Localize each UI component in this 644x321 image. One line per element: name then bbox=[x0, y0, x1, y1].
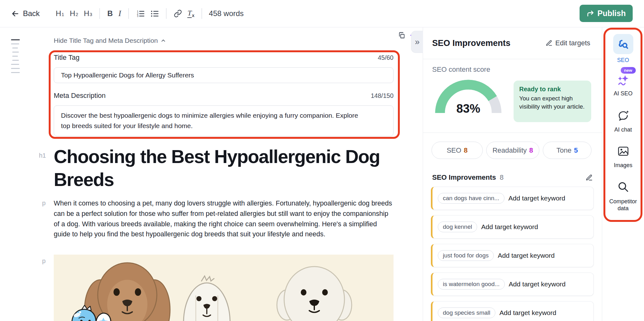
add-target-keyword-label[interactable]: Add target keyword bbox=[481, 223, 538, 231]
panel-divider bbox=[423, 132, 602, 133]
rail-label-ai-seo: AI SEO bbox=[614, 90, 632, 97]
keyword-chip[interactable]: can dogs have cinn... bbox=[438, 193, 504, 204]
tab-readability-score[interactable]: Readability8 bbox=[486, 142, 539, 159]
score-tabs: SEO8 Readability8 Tone5 bbox=[432, 142, 592, 159]
rail-item-ai-chat[interactable]: AI chat bbox=[614, 110, 632, 133]
link-button[interactable] bbox=[171, 8, 185, 20]
bold-button[interactable]: B bbox=[104, 7, 115, 20]
back-arrow-icon bbox=[11, 9, 19, 18]
keyword-chip[interactable]: dog kennel bbox=[438, 222, 477, 232]
word-count: 458 words bbox=[209, 9, 244, 18]
svg-text:3: 3 bbox=[137, 14, 139, 18]
seo-improvements-section-header: SEO Improvements 8 bbox=[432, 173, 593, 182]
title-tag-row: Title Tag 45/60 bbox=[54, 54, 394, 62]
chevron-double-right-icon: » bbox=[415, 37, 420, 47]
keyword-chip[interactable]: just food for dogs bbox=[438, 250, 494, 261]
score-status-card: Ready to rank You can expect high visibi… bbox=[514, 81, 591, 122]
meta-description-counter: 148/150 bbox=[371, 92, 394, 99]
mascot-character bbox=[69, 305, 113, 321]
bullet-list-button[interactable] bbox=[147, 8, 162, 20]
chevron-up-icon bbox=[161, 38, 166, 43]
rail-label-competitor-data: Competitor data bbox=[606, 198, 641, 212]
score-status-body: You can expect high visibility with your… bbox=[519, 94, 586, 111]
rail-item-images[interactable]: Images bbox=[614, 146, 632, 169]
editor-area: Hide Title Tag and Meta Description Titl… bbox=[0, 27, 423, 321]
seo-score-value: 83% bbox=[456, 102, 480, 115]
workspace: Hide Title Tag and Meta Description Titl… bbox=[0, 27, 644, 321]
images-icon bbox=[618, 146, 629, 156]
add-target-keyword-label[interactable]: Add target keyword bbox=[499, 309, 556, 317]
meta-description-input[interactable]: Discover the best hypoallergenic dogs to… bbox=[54, 105, 394, 136]
ai-chat-icon bbox=[617, 110, 630, 122]
seo-panel-header: SEO Improvements Edit targets bbox=[423, 27, 602, 59]
meta-description-row: Meta Description 148/150 bbox=[54, 92, 394, 100]
add-target-keyword-label[interactable]: Add target keyword bbox=[509, 280, 566, 288]
title-tag-label: Title Tag bbox=[54, 54, 80, 62]
ordered-list-button[interactable]: 123 bbox=[133, 8, 147, 20]
seo-panel: » SEO Improvements Edit targets SEO cont… bbox=[423, 27, 602, 321]
toolbar-divider bbox=[128, 8, 129, 19]
bullet-list-icon bbox=[150, 9, 159, 18]
keyword-suggestions-list: can dogs have cinn... Add target keyword… bbox=[431, 187, 594, 321]
tab-seo-score[interactable]: SEO8 bbox=[432, 142, 483, 159]
new-badge: new bbox=[620, 67, 636, 74]
seo-score-gauge: 83% bbox=[435, 80, 502, 116]
document-outline-minimap bbox=[11, 39, 20, 76]
tab-tone-score[interactable]: Tone5 bbox=[543, 142, 592, 159]
rail-label-seo: SEO bbox=[617, 57, 629, 64]
keyword-chip[interactable]: dog species small bbox=[438, 307, 495, 318]
p-gutter-marker: p bbox=[42, 200, 46, 207]
competitor-search-icon bbox=[617, 181, 629, 193]
keyword-suggestion-row[interactable]: just food for dogs Add target keyword bbox=[431, 244, 594, 267]
surfer-seo-icon bbox=[613, 34, 633, 54]
score-status-title: Ready to rank bbox=[519, 86, 586, 93]
seo-content-score-label: SEO content score bbox=[432, 65, 490, 74]
article-image-dogs[interactable] bbox=[54, 255, 394, 321]
h1-gutter-marker: h1 bbox=[39, 152, 46, 159]
toolbar: Back H1 H2 H3 B I 123 Tx 458 words Publi… bbox=[0, 0, 644, 27]
pencil-icon bbox=[586, 174, 593, 181]
keyword-suggestion-row[interactable]: dog kennel Add target keyword bbox=[431, 215, 594, 239]
tool-rail: SEO new AI SEO bbox=[602, 27, 644, 321]
edit-keywords-button[interactable] bbox=[586, 174, 593, 181]
rail-item-ai-seo[interactable]: new AI SEO bbox=[610, 67, 636, 97]
ai-sparkles-icon bbox=[617, 74, 629, 86]
rail-label-ai-chat: AI chat bbox=[614, 127, 632, 133]
rail-item-competitor-data[interactable]: Competitor data bbox=[606, 181, 641, 212]
heading2-button[interactable]: H2 bbox=[67, 7, 81, 20]
publish-button[interactable]: Publish bbox=[580, 5, 633, 22]
p-gutter-marker: p bbox=[42, 257, 46, 265]
link-icon bbox=[174, 9, 182, 18]
article-heading[interactable]: Choosing the Best Hypoallergenic Dog Bre… bbox=[54, 145, 399, 191]
hide-title-meta-toggle[interactable]: Hide Title Tag and Meta Description bbox=[54, 37, 166, 44]
ordered-list-icon: 123 bbox=[136, 9, 145, 18]
edit-targets-button[interactable]: Edit targets bbox=[546, 39, 590, 47]
meta-description-label: Meta Description bbox=[54, 92, 106, 100]
add-target-keyword-label[interactable]: Add target keyword bbox=[509, 194, 565, 202]
pencil-icon bbox=[546, 40, 553, 47]
keyword-suggestion-row[interactable]: dog species small Add target keyword bbox=[431, 301, 594, 321]
heading1-button[interactable]: H1 bbox=[53, 7, 67, 20]
copy-icon[interactable] bbox=[398, 32, 405, 39]
seo-editor-screen: Back H1 H2 H3 B I 123 Tx 458 words Publi… bbox=[0, 0, 644, 321]
add-target-keyword-label[interactable]: Add target keyword bbox=[498, 252, 555, 259]
title-tag-counter: 45/60 bbox=[378, 54, 394, 61]
keyword-suggestion-row[interactable]: can dogs have cinn... Add target keyword bbox=[431, 187, 594, 210]
keyword-suggestion-row[interactable]: is watermelon good... Add target keyword bbox=[431, 273, 594, 296]
improvements-count: 8 bbox=[500, 173, 504, 182]
toolbar-divider bbox=[166, 8, 167, 19]
rail-label-images: Images bbox=[614, 162, 632, 169]
collapse-panel-button[interactable]: » bbox=[411, 31, 423, 53]
back-button[interactable]: Back bbox=[11, 9, 40, 18]
heading3-button[interactable]: H3 bbox=[81, 7, 95, 20]
article-paragraph[interactable]: When it comes to choosing a pet, many do… bbox=[54, 198, 393, 239]
toolbar-divider bbox=[201, 8, 202, 19]
keyword-chip[interactable]: is watermelon good... bbox=[438, 279, 505, 290]
italic-button[interactable]: I bbox=[116, 7, 124, 20]
panel-title: SEO Improvements bbox=[432, 38, 510, 48]
title-tag-input[interactable]: Top Hypoallergenic Dogs for Allergy Suff… bbox=[54, 67, 394, 83]
clear-format-button[interactable]: Tx bbox=[185, 7, 197, 20]
back-label: Back bbox=[23, 9, 40, 18]
toolbar-divider bbox=[99, 8, 100, 19]
rail-item-seo[interactable]: SEO bbox=[613, 34, 633, 64]
